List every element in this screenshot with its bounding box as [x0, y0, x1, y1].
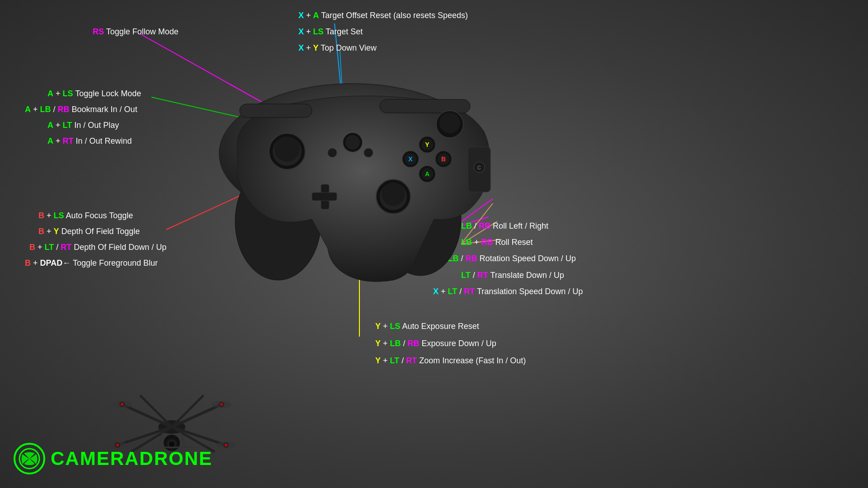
x-a-label: X + A Target Offset Reset (also resets S… [298, 10, 468, 21]
b-ls-label: B + LS Auto Focus Toggle [38, 210, 133, 221]
svg-point-39 [364, 148, 373, 157]
svg-point-17 [273, 137, 302, 166]
svg-point-34 [421, 168, 433, 180]
x-lb-rb-label: X + LB / RB Rotation Speed Down / Up [433, 253, 576, 264]
svg-line-51 [172, 395, 203, 427]
svg-point-19 [376, 179, 410, 214]
svg-rect-40 [468, 147, 491, 192]
svg-line-2 [340, 51, 344, 115]
svg-rect-15 [380, 99, 470, 113]
svg-point-36 [343, 132, 363, 152]
svg-point-33 [419, 166, 435, 182]
a-lb-rb-label: A + LB / RB Bookmark In / Out [25, 104, 137, 115]
rs-toggle-label: RS Toggle Follow Mode [93, 26, 179, 38]
svg-point-38 [328, 148, 337, 157]
svg-line-3 [151, 97, 301, 131]
svg-line-0 [140, 34, 289, 117]
app-title: CAMERADRONE [51, 448, 212, 469]
svg-point-24 [419, 136, 435, 153]
svg-line-4 [166, 163, 312, 230]
b-y-label: B + Y Depth Of Field Toggle [38, 226, 140, 237]
x-y-label: X + Y Top Down View [298, 42, 377, 54]
x-lt-rt-label: X + LT / RT Translation Speed Down / Up [433, 286, 583, 297]
svg-text:A: A [425, 170, 429, 178]
b-lt-rt-label: B + LT / RT Depth Of Field Down / Up [29, 242, 166, 253]
logo-area: CAMERADRONE [14, 443, 212, 474]
svg-point-16 [269, 133, 305, 169]
svg-point-30 [435, 151, 452, 167]
svg-text:X: X [408, 155, 413, 163]
lt-rt-label: LT / RT Translate Down / Up [461, 270, 564, 281]
svg-line-46 [122, 404, 172, 427]
svg-point-18 [274, 136, 300, 162]
svg-line-50 [140, 395, 172, 427]
svg-point-59 [220, 403, 223, 406]
svg-point-44 [439, 113, 460, 133]
x-ls-label: X + LS Target Set [298, 26, 363, 38]
svg-point-31 [438, 153, 449, 165]
svg-point-11 [219, 84, 486, 224]
svg-point-43 [436, 111, 463, 138]
svg-rect-14 [240, 104, 312, 117]
svg-point-12 [235, 163, 321, 280]
a-rt-label: A + RT In / Out Rewind [47, 136, 132, 147]
y-lb-rb-label: Y + LB / RB Exposure Down / Up [375, 338, 496, 349]
y-ls-label: Y + LS Auto Exposure Reset [375, 321, 479, 332]
a-ls-label: A + LS Toggle Lock Mode [47, 88, 141, 99]
svg-point-20 [380, 183, 407, 210]
svg-point-41 [474, 162, 485, 173]
svg-rect-22 [321, 184, 329, 209]
svg-line-47 [172, 404, 222, 427]
b-dpad-label: B + DPAD← Toggle Foreground Blur [25, 258, 158, 269]
lb-rb-reset-label: LB + RB Roll Reset [461, 237, 533, 248]
svg-point-27 [402, 151, 419, 167]
svg-point-56 [121, 403, 123, 406]
lb-rb-roll-label: LB / RB Roll Left / Right [461, 221, 548, 232]
svg-text:B: B [441, 155, 446, 163]
svg-point-21 [382, 183, 405, 206]
y-lt-rt-label: Y + LT / RT Zoom Increase (Fast In / Out… [375, 355, 526, 366]
svg-point-37 [345, 135, 360, 150]
svg-point-65 [225, 444, 227, 446]
svg-point-25 [421, 139, 433, 150]
svg-text:C: C [477, 165, 481, 170]
a-lt-label: A + LT In / Out Play [47, 120, 119, 131]
xbox-logo [14, 443, 45, 474]
svg-rect-23 [312, 192, 337, 201]
svg-point-28 [405, 153, 416, 165]
svg-text:Y: Y [425, 141, 429, 148]
